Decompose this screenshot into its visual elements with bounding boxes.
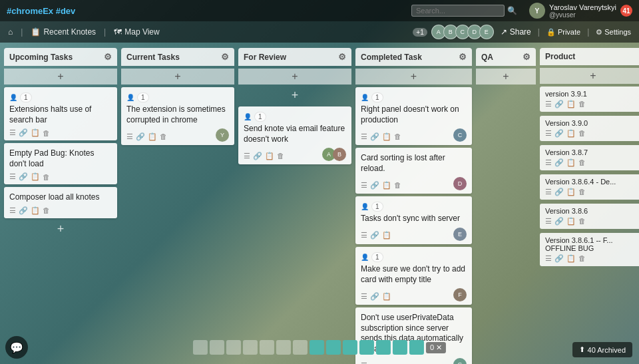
vc-icon-4b[interactable]: 🔗 [554,188,564,196]
dot-14[interactable] [409,340,424,355]
col-gear-review[interactable]: ⚙ [338,52,346,62]
card-icon-cp1a[interactable]: ☰ [361,132,367,141]
card-completed-3[interactable]: 👤 1 Tasks don't sync with server ☰ 🔗 📋 E [355,196,472,244]
card-completed-2[interactable]: Card sorting is lost after reload. ☰ 🔗 📋… [355,148,472,194]
version-card-4[interactable]: Version 3.8.6.4 - De... ☰ 🔗 📋 🗑 [540,174,639,200]
vc-icon-4a[interactable]: ☰ [545,188,552,196]
card-review-1[interactable]: 👤 1 Send knote via email feature doesn't… [238,106,351,164]
col-gear-upcoming[interactable]: ⚙ [104,52,112,62]
card-icon-3a[interactable]: ☰ [9,206,16,215]
vc-icon-2a[interactable]: ☰ [545,129,552,138]
col-gear-completed[interactable]: ⚙ [459,52,467,62]
card-icon-r1d[interactable]: 🗑 [277,152,284,160]
vc-icon-1d[interactable]: 🗑 [578,100,586,108]
vc-icon-3c[interactable]: 📋 [566,158,576,167]
vc-icon-5c[interactable]: 📋 [566,217,576,226]
dot-7[interactable] [293,340,308,355]
card-icon-cp2a[interactable]: ☰ [361,181,367,190]
private-button[interactable]: 🔒 Private [546,28,580,37]
vc-icon-3b[interactable]: 🔗 [554,158,564,167]
col-add-qa[interactable]: + [476,69,536,85]
recent-knotes-button[interactable]: 📋 Recent Knotes [31,27,96,37]
card-icon-c1c[interactable]: 📋 [148,132,157,141]
card-icon-cp2b[interactable]: 🔗 [370,181,379,190]
card-icon-1b[interactable]: 🔗 [19,128,28,137]
card-icon-c1b[interactable]: 🔗 [136,132,145,141]
card-completed-4[interactable]: 👤 1 Make sure we don't try to add card w… [355,247,472,305]
card-icon-cp1d[interactable]: 🗑 [394,132,401,140]
card-icon-2d[interactable]: 🗑 [43,173,50,181]
vc-icon-1a[interactable]: ☰ [545,100,552,108]
card-icon-3c[interactable]: 📋 [31,206,40,215]
card-icon-c1d[interactable]: 🗑 [160,132,167,140]
card-icon-r1c[interactable]: 📋 [265,152,274,160]
vc-icon-4c[interactable]: 📋 [566,188,576,196]
col-add-review[interactable]: + [238,69,351,85]
card-completed-5[interactable]: Don't use userPrivateData subscription s… [355,307,472,364]
card-upcoming-3[interactable]: Composer load all knotes ☰ 🔗 📋 🗑 [4,187,117,218]
vc-icon-6c[interactable]: 📋 [566,254,576,263]
version-card-1[interactable]: version 3.9.1 ☰ 🔗 📋 🗑 [540,87,639,112]
search-icon[interactable]: 🔍 [507,6,517,15]
vc-icon-1b[interactable]: 🔗 [554,100,564,108]
card-icon-cp4a[interactable]: ☰ [361,292,367,301]
home-button[interactable]: ⌂ [8,27,13,37]
map-view-button[interactable]: 🗺 Map View [114,27,159,37]
dot-12[interactable] [376,340,391,355]
dot-8[interactable] [310,340,324,355]
archived-button[interactable]: ⬆ 40 Archived [572,342,632,357]
dot-9[interactable] [326,340,341,355]
version-card-6[interactable]: Version 3.8.6.1 -- F... OFFLINE BUG ☰ 🔗 … [540,233,639,266]
vc-icon-1c[interactable]: 📋 [566,100,576,108]
card-icon-cp1c[interactable]: 📋 [382,132,391,141]
card-icon-cp4c[interactable]: 📋 [382,292,391,301]
vc-icon-3a[interactable]: ☰ [545,158,552,167]
notification-badge[interactable]: 41 [620,5,632,17]
col-add-completed[interactable]: + [355,69,472,85]
card-icon-1c[interactable]: 📋 [31,128,40,137]
card-icon-cp2d[interactable]: 🗑 [394,181,401,189]
card-completed-1[interactable]: 👤 1 Right panel doesn't work on producti… [355,87,472,145]
col-add-upcoming[interactable]: + [4,69,117,85]
dot-1[interactable] [193,340,208,355]
dot-13[interactable] [393,340,407,355]
col-gear-current[interactable]: ⚙ [221,52,229,62]
vc-icon-6b[interactable]: 🔗 [554,254,564,263]
card-icon-r1b[interactable]: 🔗 [253,152,262,160]
card-icon-cp3c[interactable]: 📋 [382,231,391,240]
card-icon-3b[interactable]: 🔗 [19,206,28,215]
vc-icon-6d[interactable]: 🗑 [578,254,586,263]
card-icon-2a[interactable]: ☰ [9,172,16,181]
dot-6[interactable] [276,340,291,355]
card-icon-r1a[interactable]: ☰ [244,152,250,160]
vc-icon-2b[interactable]: 🔗 [554,129,564,138]
version-card-5[interactable]: Version 3.8.6 ☰ 🔗 📋 🗑 [540,204,639,229]
close-icon[interactable]: ✕ [436,343,442,352]
vc-icon-3d[interactable]: 🗑 [578,158,586,167]
card-upcoming-2[interactable]: Empty Pad Bug: Knotes don't load ☰ 🔗 📋 🗑 [4,143,117,184]
chat-button[interactable]: 💬 [5,336,28,359]
col-add-product[interactable]: + [540,68,639,84]
card-icon-c1a[interactable]: ☰ [126,132,133,141]
share-button[interactable]: ↗ Share [501,27,531,37]
card-icon-cp3b[interactable]: 🔗 [370,231,379,240]
card-icon-cp1b[interactable]: 🔗 [370,132,379,141]
card-icon-3d[interactable]: 🗑 [43,206,50,214]
dot-3[interactable] [226,340,241,355]
vc-icon-5a[interactable]: ☰ [545,217,552,226]
settings-button[interactable]: ⚙ Settings [596,28,631,37]
card-icon-cp5a[interactable]: ☰ [361,361,367,364]
vc-icon-5d[interactable]: 🗑 [578,217,586,226]
col-add-middle-upcoming[interactable]: + [4,221,117,238]
search-input[interactable] [411,5,505,17]
vc-icon-2c[interactable]: 📋 [566,129,576,138]
card-icon-cp4b[interactable]: 🔗 [370,292,379,301]
card-icon-cp3a[interactable]: ☰ [361,231,367,240]
version-card-3[interactable]: Version 3.8.7 ☰ 🔗 📋 🗑 [540,145,639,170]
version-card-2[interactable]: Version 3.9.0 ☰ 🔗 📋 🗑 [540,116,639,141]
dot-4[interactable] [243,340,258,355]
card-icon-1a[interactable]: ☰ [9,128,16,137]
dot-5[interactable] [260,340,274,355]
card-icon-1d[interactable]: 🗑 [43,129,50,137]
dot-11[interactable] [359,340,374,355]
